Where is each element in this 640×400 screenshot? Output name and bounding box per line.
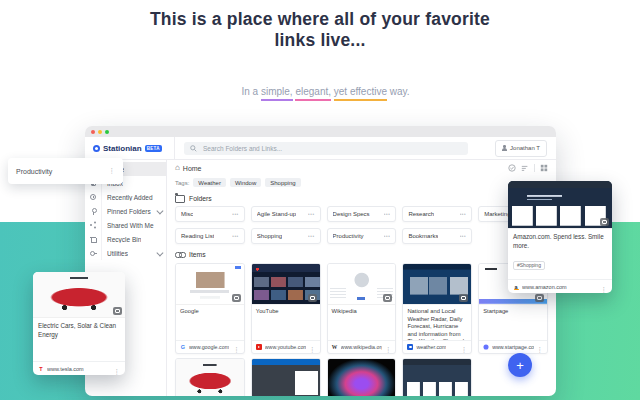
folder-card[interactable]: Research bbox=[402, 206, 472, 222]
preview-toggle-icon[interactable] bbox=[535, 294, 544, 302]
tag-pill[interactable]: Window bbox=[230, 178, 261, 187]
breadcrumb-label: Home bbox=[183, 165, 202, 172]
folder-menu-icon[interactable] bbox=[384, 233, 391, 239]
site-favicon bbox=[407, 344, 413, 350]
sidebar-item[interactable]: Utilities bbox=[85, 246, 166, 260]
sidebar-item-icon bbox=[89, 193, 97, 201]
link-icon bbox=[175, 252, 185, 258]
site-favicon bbox=[180, 344, 186, 350]
link-title: National and Local Weather Radar, Daily … bbox=[407, 308, 467, 340]
folder-name: Reading List bbox=[181, 233, 214, 239]
select-all-icon[interactable] bbox=[508, 164, 516, 172]
folder-card[interactable]: Bookmarks bbox=[402, 228, 472, 244]
sidebar-item-label: Recycle Bin bbox=[107, 236, 141, 243]
search-bar[interactable] bbox=[184, 142, 468, 155]
tag-pill[interactable]: Shopping bbox=[265, 178, 300, 187]
link-url: www.youtube.com bbox=[265, 344, 306, 350]
popover-menu-icon[interactable] bbox=[109, 167, 116, 175]
folder-card[interactable]: Design Specs bbox=[327, 206, 397, 222]
folder-menu-icon[interactable] bbox=[384, 211, 391, 217]
link-card[interactable] bbox=[327, 358, 397, 396]
hero-title-line1: This is a place where all of your favori… bbox=[0, 9, 640, 30]
folder-preview-popover[interactable]: Productivity bbox=[8, 158, 123, 184]
tags-label: Tags: bbox=[175, 180, 189, 186]
folder-card[interactable]: Misc bbox=[175, 206, 245, 222]
folder-menu-icon[interactable] bbox=[460, 211, 467, 217]
user-menu[interactable]: Jonathan T bbox=[495, 140, 547, 157]
link-title: Wikipedia bbox=[332, 308, 392, 316]
folder-menu-icon[interactable] bbox=[232, 211, 239, 217]
chevron-down-icon[interactable] bbox=[156, 249, 162, 255]
link-card[interactable]: YouTube www.youtube.com bbox=[251, 263, 321, 354]
header-middle: Jonathan T bbox=[175, 137, 556, 159]
sidebar-item[interactable]: Pinned Folders bbox=[85, 204, 166, 218]
site-screenshot bbox=[403, 264, 471, 305]
item-menu-icon[interactable] bbox=[385, 338, 392, 354]
hero-section: This is a place where all of your favori… bbox=[0, 9, 640, 97]
search-input[interactable] bbox=[201, 144, 462, 153]
hero-title: This is a place where all of your favori… bbox=[0, 9, 640, 52]
close-button[interactable] bbox=[91, 130, 95, 134]
zoom-button[interactable] bbox=[105, 130, 109, 134]
link-card[interactable]: Google www.google.com bbox=[175, 263, 245, 354]
folder-menu-icon[interactable] bbox=[232, 233, 239, 239]
amazon-link-card[interactable]: Amazon.com. Spend less. Smile more. #Sho… bbox=[508, 181, 612, 293]
site-favicon bbox=[256, 344, 262, 350]
folder-name: Misc bbox=[181, 211, 193, 217]
link-card[interactable]: National and Local Weather Radar, Daily … bbox=[402, 263, 472, 354]
amazon-tag[interactable]: #Shopping bbox=[513, 261, 545, 270]
page: This is a place where all of your favori… bbox=[0, 0, 640, 400]
link-card[interactable]: Wikipedia www.wikipedia.org bbox=[327, 263, 397, 354]
folders-label: Folders bbox=[189, 195, 212, 202]
item-menu-icon[interactable] bbox=[461, 338, 468, 354]
site-favicon bbox=[332, 344, 338, 350]
preview-toggle-icon[interactable] bbox=[383, 294, 392, 302]
sidebar-item[interactable]: Shared With Me bbox=[85, 218, 166, 232]
add-link-button[interactable]: + bbox=[508, 353, 532, 377]
items-grid-row2 bbox=[175, 358, 548, 396]
preview-toggle-icon[interactable] bbox=[232, 294, 241, 302]
item-menu-icon[interactable] bbox=[601, 278, 608, 294]
sidebar-item-label: Recently Added bbox=[107, 194, 153, 201]
folder-menu-icon[interactable] bbox=[308, 211, 315, 217]
brand-name: Stationian bbox=[103, 144, 142, 153]
folder-card[interactable]: Agile Stand-up bbox=[251, 206, 321, 222]
sidebar-item-icon bbox=[89, 235, 97, 243]
item-menu-icon[interactable] bbox=[309, 338, 316, 354]
folders-section-header: Folders bbox=[175, 194, 548, 203]
tesla-link-card[interactable]: Electric Cars, Solar & Clean Energy www.… bbox=[33, 272, 125, 375]
folder-grid: Misc Agile Stand-up Design Specs bbox=[175, 206, 548, 244]
preview-toggle-icon[interactable] bbox=[113, 307, 122, 315]
sidebar-item-label: Pinned Folders bbox=[107, 208, 151, 215]
sidebar-item[interactable]: Recently Added bbox=[85, 190, 166, 204]
folder-menu-icon[interactable] bbox=[460, 233, 467, 239]
view-actions bbox=[508, 164, 548, 172]
item-menu-icon[interactable] bbox=[537, 338, 544, 354]
grid-view-icon[interactable] bbox=[540, 164, 548, 172]
chevron-down-icon[interactable] bbox=[156, 207, 162, 213]
brand-logo-icon bbox=[93, 145, 100, 152]
link-card[interactable] bbox=[251, 358, 321, 396]
link-card[interactable] bbox=[175, 358, 245, 396]
divider bbox=[534, 164, 535, 172]
folder-card[interactable]: Shopping bbox=[251, 228, 321, 244]
folder-card[interactable]: Productivity bbox=[327, 228, 397, 244]
folder-menu-icon[interactable] bbox=[308, 233, 315, 239]
breadcrumb: Home bbox=[175, 163, 548, 173]
preview-toggle-icon[interactable] bbox=[459, 294, 468, 302]
app-header: Stationian BETA Jonathan T bbox=[85, 137, 556, 160]
sidebar-item-label: Utilities bbox=[107, 250, 128, 257]
item-menu-icon[interactable] bbox=[233, 338, 240, 354]
folder-card[interactable]: Reading List bbox=[175, 228, 245, 244]
amazon-favicon bbox=[513, 284, 519, 290]
tag-pill[interactable]: Weather bbox=[193, 178, 226, 187]
beta-badge: BETA bbox=[145, 145, 162, 152]
item-menu-icon[interactable] bbox=[114, 360, 121, 376]
preview-toggle-icon[interactable] bbox=[308, 294, 317, 302]
site-screenshot bbox=[328, 359, 396, 396]
sort-icon[interactable] bbox=[521, 164, 529, 172]
link-card[interactable] bbox=[402, 358, 472, 396]
minimize-button[interactable] bbox=[98, 130, 102, 134]
preview-toggle-icon[interactable] bbox=[600, 218, 609, 226]
sidebar-item[interactable]: Recycle Bin bbox=[85, 232, 166, 246]
